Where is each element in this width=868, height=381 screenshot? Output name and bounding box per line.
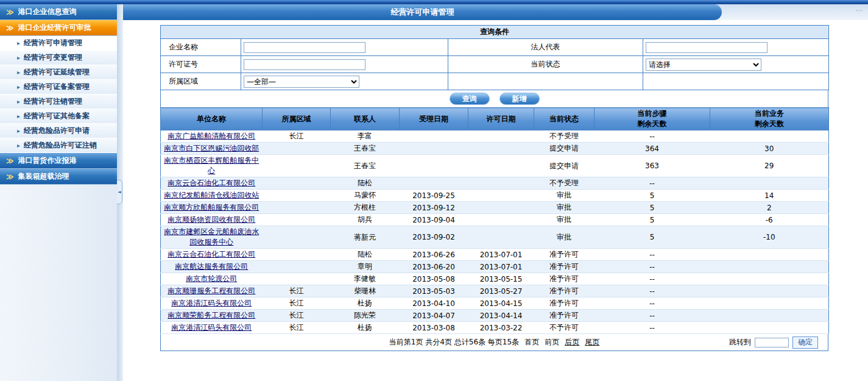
column-header: 联系人 — [331, 108, 400, 130]
sidebar-item[interactable]: ▸经营许可申请管理 — [0, 36, 117, 51]
column-header: 所属区域 — [263, 108, 331, 130]
page-jump: 跳转到 确定 — [729, 334, 818, 351]
company-name-label: 企业名称 — [161, 39, 241, 56]
cell-region: 长江 — [263, 297, 331, 310]
company-link[interactable]: 南京纪发船舶清仓残油回收站 — [164, 191, 259, 199]
company-link[interactable]: 南京港清江码头有限公司 — [171, 299, 252, 307]
first-page-link: 首页 — [524, 337, 539, 347]
table-row: 南京市建邺区金元船舶废油水回收服务中心蒋新元2013-09-02审批5-10 — [161, 226, 829, 249]
region-select[interactable]: —全部— — [244, 76, 359, 88]
cell-license_date: 2013-05-27 — [468, 285, 534, 297]
table-row: 南京云合石油化工有限公司陆松2013-06-262013-07-01准予许可-- — [161, 249, 829, 261]
sidebar-item[interactable]: ▸经营许可证延续管理 — [0, 65, 117, 80]
table-row: 南京市轮渡公司李健敏2013-05-082013-05-15准予许可-- — [161, 273, 829, 285]
cell-name: 南京市栖霞区丰辉船舶服务中心 — [161, 155, 263, 177]
sidebar-item-label: 经营许可申请管理 — [24, 38, 82, 48]
sidebar-group-label: 港口企业信息查询 — [18, 7, 77, 17]
cell-name: 南京云合石油化工有限公司 — [161, 249, 263, 261]
search-button[interactable]: 查询 — [450, 93, 490, 105]
table-row: 南京顺扬物资回收有限公司胡兵2013-09-04审批5-6 — [161, 214, 829, 226]
column-header: 许可日期 — [468, 108, 534, 130]
company-link[interactable]: 南京航达服务有限公司 — [175, 262, 248, 271]
cell-name: 南京港清江码头有限公司 — [161, 322, 263, 334]
cell-name: 南京广益船舶清舱有限公司 — [161, 130, 263, 143]
cell-license_date — [468, 202, 534, 214]
cell-step_days: 5 — [595, 226, 710, 249]
action-button-row: 查询 新增 — [160, 90, 828, 107]
company-link[interactable]: 南京市建邺区金元船舶废油水回收服务中心 — [164, 227, 259, 246]
cell-contact: 蒋新元 — [331, 226, 400, 249]
add-button[interactable]: 新增 — [499, 93, 540, 105]
cell-accept_date: 2013-09-02 — [400, 226, 468, 249]
sidebar-item[interactable]: ▸经营许可证备案管理 — [0, 80, 117, 94]
company-link[interactable]: 南京广益船舶清舱有限公司 — [168, 132, 255, 140]
company-link[interactable]: 南京市栖霞区丰辉船舶服务中心 — [164, 156, 259, 175]
cell-step_days: -- — [595, 273, 710, 285]
sidebar-item[interactable]: ▸经营许可证其他备案 — [0, 109, 117, 124]
jump-input[interactable] — [755, 338, 789, 347]
sidebar-item[interactable]: ▸经营许可注销管理 — [0, 94, 117, 109]
confirm-button[interactable]: 确定 — [792, 336, 818, 349]
cell-biz_days — [710, 310, 829, 322]
company-link[interactable]: 南京顺方欣船舶服务有限公司 — [164, 203, 259, 212]
sidebar-item[interactable]: ▸经营许可变更管理 — [0, 51, 117, 65]
last-page-link[interactable]: 尾页 — [585, 337, 599, 347]
company-link[interactable]: 南京市轮渡公司 — [186, 274, 237, 283]
cell-biz_days: -6 — [710, 214, 829, 226]
company-link[interactable]: 南京云合石油化工有限公司 — [168, 179, 255, 187]
main-panel: 查询条件 企业名称 法人代表 许可证号 当前状态 — [160, 25, 828, 351]
cell-license_date: 2013-07-01 — [468, 249, 534, 261]
license-no-input[interactable] — [244, 59, 365, 70]
top-strip — [0, 0, 868, 4]
company-link[interactable]: 南京港清江码头有限公司 — [171, 323, 252, 332]
company-link[interactable]: 南京市白下区恩赐污油回收部 — [164, 144, 259, 152]
sidebar-group[interactable]: ≫港口企业信息查询 — [0, 4, 117, 20]
cell-accept_date — [400, 155, 468, 177]
table-row: 南京广益船舶清舱有限公司长江李富不予受理-- — [161, 130, 829, 143]
company-link[interactable]: 南京顺荣船务工程有限公司 — [168, 311, 255, 319]
cell-name: 南京市建邺区金元船舶废油水回收服务中心 — [161, 226, 263, 249]
double-arrow-icon: ≫ — [6, 24, 14, 32]
cell-contact: 陈光荣 — [331, 310, 400, 322]
cell-step_days: -- — [595, 322, 710, 334]
sidebar-item[interactable]: ▸经营危险品许可申请 — [0, 124, 117, 138]
company-link[interactable]: 南京顺珊服务工程有限公司 — [168, 287, 255, 295]
cell-license_date — [468, 190, 534, 202]
column-header: 受理日期 — [400, 108, 468, 130]
cell-status: 准予许可 — [534, 261, 595, 273]
page-title-bar: 经营许可申请管理 — [123, 4, 722, 20]
cell-status: 审批 — [534, 226, 595, 249]
cell-name: 南京顺方欣船舶服务有限公司 — [161, 202, 263, 214]
cell-contact: 李富 — [331, 130, 400, 143]
double-arrow-icon: ≫ — [6, 173, 14, 181]
cell-region — [263, 214, 331, 226]
sidebar-collapse-handle[interactable]: ◄ — [117, 180, 122, 204]
cell-accept_date: 2013-03-08 — [400, 322, 468, 334]
sidebar-group[interactable]: ≫集装箱超载治理 — [0, 169, 117, 185]
content-area: 经营许可申请管理 ⋯ 查询条件 企业名称 — [123, 4, 868, 381]
cell-region — [263, 177, 331, 190]
cell-step_days: 5 — [595, 214, 710, 226]
cell-contact: 方根柱 — [331, 202, 400, 214]
arrow-bullet-icon: ▸ — [17, 113, 20, 119]
company-link[interactable]: 南京顺扬物资回收有限公司 — [168, 215, 255, 224]
sidebar-group-label: 港口普货作业报港 — [18, 155, 77, 166]
cell-step_days: -- — [595, 177, 710, 190]
next-page-link[interactable]: 后页 — [565, 337, 579, 347]
arrow-bullet-icon: ▸ — [17, 40, 20, 46]
cell-status: 准予许可 — [534, 285, 595, 297]
cell-region — [263, 226, 331, 249]
sidebar-group[interactable]: ≫港口企业经营许可审批 — [0, 20, 117, 36]
arrow-bullet-icon: ▸ — [17, 69, 20, 76]
cell-contact: 王春宝 — [331, 155, 400, 177]
sidebar-item[interactable]: ▸经营危险品许可证注销 — [0, 138, 117, 153]
legal-rep-input[interactable] — [646, 42, 767, 53]
company-name-input[interactable] — [244, 42, 365, 53]
cell-accept_date: 2013-04-07 — [400, 310, 468, 322]
sidebar-group[interactable]: ≫港口普货作业报港 — [0, 153, 117, 169]
company-link[interactable]: 南京云合石油化工有限公司 — [168, 250, 255, 258]
status-select[interactable]: 请选择 — [646, 59, 761, 71]
sidebar-group-label: 港口企业经营许可审批 — [18, 23, 91, 33]
cell-contact: 杜扬 — [331, 297, 400, 310]
cell-step_days: -- — [595, 261, 710, 273]
